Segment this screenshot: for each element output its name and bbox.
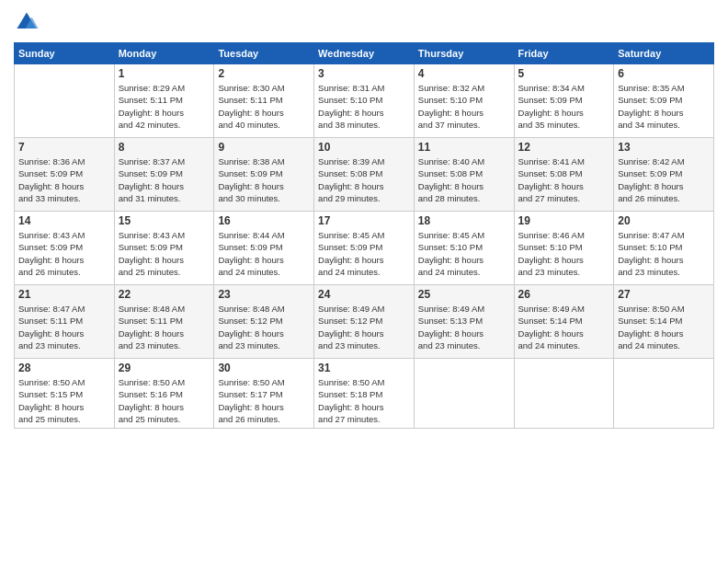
day-info: Sunrise: 8:38 AM Sunset: 5:09 PM Dayligh… (218, 155, 310, 204)
calendar-cell: 23Sunrise: 8:48 AM Sunset: 5:12 PM Dayli… (214, 285, 314, 359)
calendar-week-2: 14Sunrise: 8:43 AM Sunset: 5:09 PM Dayli… (15, 212, 714, 285)
calendar-week-3: 21Sunrise: 8:47 AM Sunset: 5:11 PM Dayli… (15, 285, 714, 359)
calendar-header-monday: Monday (114, 43, 214, 64)
day-number: 21 (18, 288, 110, 301)
day-number: 22 (119, 288, 210, 301)
calendar-cell: 31Sunrise: 8:50 AM Sunset: 5:18 PM Dayli… (314, 359, 415, 429)
day-info: Sunrise: 8:42 AM Sunset: 5:09 PM Dayligh… (618, 155, 710, 204)
day-number: 26 (518, 288, 610, 301)
day-info: Sunrise: 8:37 AM Sunset: 5:09 PM Dayligh… (119, 155, 210, 204)
calendar-cell: 22Sunrise: 8:48 AM Sunset: 5:11 PM Dayli… (114, 285, 214, 359)
day-info: Sunrise: 8:49 AM Sunset: 5:12 PM Dayligh… (318, 303, 410, 351)
day-number: 27 (618, 288, 710, 301)
day-info: Sunrise: 8:50 AM Sunset: 5:15 PM Dayligh… (18, 376, 110, 425)
calendar-cell: 8Sunrise: 8:37 AM Sunset: 5:09 PM Daylig… (114, 138, 214, 212)
calendar-week-1: 7Sunrise: 8:36 AM Sunset: 5:09 PM Daylig… (15, 138, 714, 212)
calendar-week-4: 28Sunrise: 8:50 AM Sunset: 5:15 PM Dayli… (15, 359, 714, 429)
logo (14, 9, 43, 35)
day-info: Sunrise: 8:40 AM Sunset: 5:08 PM Dayligh… (418, 155, 510, 204)
calendar-cell: 26Sunrise: 8:49 AM Sunset: 5:14 PM Dayli… (514, 285, 614, 359)
calendar-cell: 21Sunrise: 8:47 AM Sunset: 5:11 PM Dayli… (15, 285, 115, 359)
calendar-cell: 10Sunrise: 8:39 AM Sunset: 5:08 PM Dayli… (314, 138, 415, 212)
calendar-cell: 9Sunrise: 8:38 AM Sunset: 5:09 PM Daylig… (214, 138, 314, 212)
calendar-cell (514, 359, 614, 429)
day-number: 7 (18, 141, 110, 154)
calendar-cell: 11Sunrise: 8:40 AM Sunset: 5:08 PM Dayli… (414, 138, 514, 212)
day-number: 16 (218, 214, 310, 227)
day-info: Sunrise: 8:47 AM Sunset: 5:10 PM Dayligh… (618, 229, 710, 278)
calendar-cell: 4Sunrise: 8:32 AM Sunset: 5:10 PM Daylig… (414, 64, 514, 138)
day-info: Sunrise: 8:45 AM Sunset: 5:09 PM Dayligh… (318, 229, 410, 278)
header (14, 9, 714, 35)
day-number: 12 (518, 141, 610, 154)
day-number: 15 (119, 214, 210, 227)
logo-icon (14, 9, 40, 35)
day-number: 20 (618, 214, 710, 227)
calendar: SundayMondayTuesdayWednesdayThursdayFrid… (14, 42, 714, 429)
day-number: 4 (418, 67, 510, 80)
day-info: Sunrise: 8:43 AM Sunset: 5:09 PM Dayligh… (18, 229, 110, 278)
calendar-cell: 6Sunrise: 8:35 AM Sunset: 5:09 PM Daylig… (614, 64, 714, 138)
day-number: 1 (119, 67, 210, 80)
day-number: 18 (418, 214, 510, 227)
calendar-week-0: 1Sunrise: 8:29 AM Sunset: 5:11 PM Daylig… (15, 64, 714, 138)
day-number: 31 (318, 362, 410, 374)
day-info: Sunrise: 8:34 AM Sunset: 5:09 PM Dayligh… (518, 82, 610, 131)
calendar-header-wednesday: Wednesday (314, 43, 415, 64)
calendar-cell (614, 359, 714, 429)
day-info: Sunrise: 8:49 AM Sunset: 5:13 PM Dayligh… (418, 303, 510, 351)
calendar-cell: 27Sunrise: 8:50 AM Sunset: 5:14 PM Dayli… (614, 285, 714, 359)
day-number: 5 (518, 67, 610, 80)
day-info: Sunrise: 8:48 AM Sunset: 5:11 PM Dayligh… (119, 303, 210, 351)
day-info: Sunrise: 8:49 AM Sunset: 5:14 PM Dayligh… (518, 303, 610, 351)
calendar-cell: 28Sunrise: 8:50 AM Sunset: 5:15 PM Dayli… (15, 359, 115, 429)
calendar-cell: 5Sunrise: 8:34 AM Sunset: 5:09 PM Daylig… (514, 64, 614, 138)
day-info: Sunrise: 8:48 AM Sunset: 5:12 PM Dayligh… (218, 303, 310, 351)
day-number: 11 (418, 141, 510, 154)
calendar-header-friday: Friday (514, 43, 614, 64)
calendar-cell: 1Sunrise: 8:29 AM Sunset: 5:11 PM Daylig… (114, 64, 214, 138)
day-info: Sunrise: 8:29 AM Sunset: 5:11 PM Dayligh… (119, 82, 210, 131)
day-info: Sunrise: 8:44 AM Sunset: 5:09 PM Dayligh… (218, 229, 310, 278)
calendar-header-sunday: Sunday (15, 43, 115, 64)
calendar-cell: 3Sunrise: 8:31 AM Sunset: 5:10 PM Daylig… (314, 64, 415, 138)
day-info: Sunrise: 8:32 AM Sunset: 5:10 PM Dayligh… (418, 82, 510, 131)
page: SundayMondayTuesdayWednesdayThursdayFrid… (0, 0, 728, 563)
day-info: Sunrise: 8:41 AM Sunset: 5:08 PM Dayligh… (518, 155, 610, 204)
day-info: Sunrise: 8:46 AM Sunset: 5:10 PM Dayligh… (518, 229, 610, 278)
calendar-cell (414, 359, 514, 429)
day-number: 28 (18, 362, 110, 374)
day-info: Sunrise: 8:43 AM Sunset: 5:09 PM Dayligh… (119, 229, 210, 278)
calendar-cell: 7Sunrise: 8:36 AM Sunset: 5:09 PM Daylig… (15, 138, 115, 212)
day-number: 29 (119, 362, 210, 374)
calendar-header-thursday: Thursday (414, 43, 514, 64)
day-info: Sunrise: 8:45 AM Sunset: 5:10 PM Dayligh… (418, 229, 510, 278)
day-info: Sunrise: 8:31 AM Sunset: 5:10 PM Dayligh… (318, 82, 410, 131)
calendar-cell: 24Sunrise: 8:49 AM Sunset: 5:12 PM Dayli… (314, 285, 415, 359)
calendar-cell: 17Sunrise: 8:45 AM Sunset: 5:09 PM Dayli… (314, 212, 415, 285)
day-number: 30 (218, 362, 310, 374)
calendar-cell: 19Sunrise: 8:46 AM Sunset: 5:10 PM Dayli… (514, 212, 614, 285)
day-info: Sunrise: 8:50 AM Sunset: 5:17 PM Dayligh… (218, 376, 310, 425)
calendar-cell: 14Sunrise: 8:43 AM Sunset: 5:09 PM Dayli… (15, 212, 115, 285)
day-number: 2 (218, 67, 310, 80)
calendar-cell (15, 64, 115, 138)
calendar-cell: 30Sunrise: 8:50 AM Sunset: 5:17 PM Dayli… (214, 359, 314, 429)
day-info: Sunrise: 8:35 AM Sunset: 5:09 PM Dayligh… (618, 82, 710, 131)
calendar-cell: 15Sunrise: 8:43 AM Sunset: 5:09 PM Dayli… (114, 212, 214, 285)
calendar-cell: 16Sunrise: 8:44 AM Sunset: 5:09 PM Dayli… (214, 212, 314, 285)
calendar-cell: 2Sunrise: 8:30 AM Sunset: 5:11 PM Daylig… (214, 64, 314, 138)
day-info: Sunrise: 8:50 AM Sunset: 5:18 PM Dayligh… (318, 376, 410, 425)
day-info: Sunrise: 8:39 AM Sunset: 5:08 PM Dayligh… (318, 155, 410, 204)
day-number: 17 (318, 214, 410, 227)
day-number: 13 (618, 141, 710, 154)
calendar-cell: 25Sunrise: 8:49 AM Sunset: 5:13 PM Dayli… (414, 285, 514, 359)
day-number: 8 (119, 141, 210, 154)
day-number: 23 (218, 288, 310, 301)
day-number: 9 (218, 141, 310, 154)
calendar-header-tuesday: Tuesday (214, 43, 314, 64)
day-info: Sunrise: 8:30 AM Sunset: 5:11 PM Dayligh… (218, 82, 310, 131)
day-number: 10 (318, 141, 410, 154)
day-number: 6 (618, 67, 710, 80)
calendar-cell: 12Sunrise: 8:41 AM Sunset: 5:08 PM Dayli… (514, 138, 614, 212)
